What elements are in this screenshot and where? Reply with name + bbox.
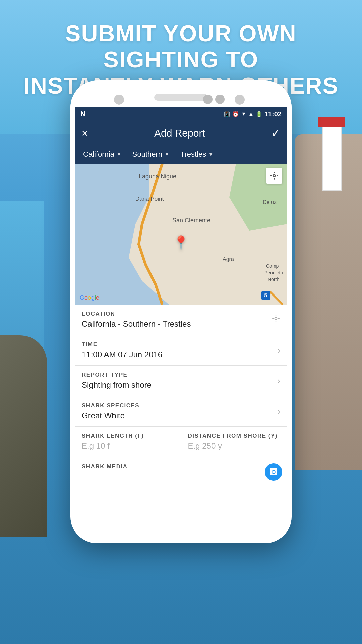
status-left: N (80, 110, 86, 118)
wifi-icon: ▼ (241, 111, 246, 117)
location-icon (272, 314, 280, 325)
chevron-california: ▼ (116, 151, 122, 157)
report-type-row[interactable]: REPORT TYPE Sighting from shore › (75, 366, 287, 396)
gps-button[interactable] (266, 168, 282, 184)
location-value: California - Southern - Trestles (82, 319, 280, 329)
alarm-icon: ⏰ (232, 111, 239, 117)
report-type-chevron: › (277, 376, 280, 386)
confirm-button[interactable]: ✓ (271, 127, 280, 140)
time-display: 11:02 (264, 110, 282, 118)
tab-southern-label: Southern (132, 150, 162, 159)
time-value: 11:00 AM 07 Jun 2016 (82, 350, 280, 359)
shark-media-row[interactable]: SHARK MEDIA (75, 457, 287, 484)
camera-right (235, 95, 245, 105)
tab-southern[interactable]: Southern ▼ (128, 148, 174, 161)
app-bar-title: Add Report (154, 127, 205, 139)
map-svg: Laguna Niguel Dana Point San Clemente De… (75, 164, 287, 305)
svg-text:Dana Point: Dana Point (135, 196, 164, 202)
tab-trestles-label: Trestles (180, 150, 206, 159)
close-button[interactable]: × (82, 127, 88, 140)
phone-screen: N 📳 ⏰ ▼ ▲ 🔋 11:02 × Add Report ✓ Califor… (75, 107, 287, 539)
tab-california[interactable]: California ▼ (78, 148, 126, 161)
form-area: LOCATION California - Southern - Trestle… (75, 305, 287, 484)
shark-species-chevron: › (277, 406, 280, 417)
svg-text:5: 5 (264, 292, 267, 298)
tab-california-label: California (83, 150, 114, 159)
shark-length-label: SHARK LENGTH (F) (82, 433, 174, 439)
camera-dots (203, 95, 225, 104)
map-pin: 📍 (173, 235, 189, 251)
time-chevron: › (277, 345, 280, 356)
chevron-southern: ▼ (164, 151, 170, 157)
lighthouse-tower (322, 124, 342, 191)
report-type-label: REPORT TYPE (82, 372, 280, 378)
measurements-row: SHARK LENGTH (F) E.g 10 f DISTANCE FROM … (75, 427, 287, 457)
distance-shore-placeholder: E.g 250 y (188, 441, 281, 451)
map-area[interactable]: Laguna Niguel Dana Point San Clemente De… (75, 164, 287, 305)
speaker (154, 94, 208, 101)
report-type-value: Sighting from shore (82, 380, 280, 390)
svg-point-14 (273, 175, 276, 177)
svg-text:Deluz: Deluz (263, 199, 277, 205)
tab-row: California ▼ Southern ▼ Trestles ▼ (75, 145, 287, 164)
status-right: 📳 ⏰ ▼ ▲ 🔋 11:02 (224, 110, 282, 118)
chevron-trestles: ▼ (208, 151, 214, 157)
battery-icon: 🔋 (256, 111, 262, 117)
phone-top (70, 87, 292, 107)
distance-shore-col[interactable]: DISTANCE FROM SHORE (Y) E.g 250 y (181, 427, 287, 457)
google-logo: Google (80, 294, 99, 301)
shark-species-label: SHARK SPECICES (82, 402, 280, 409)
svg-text:Laguna Niguel: Laguna Niguel (139, 173, 178, 180)
app-bar: × Add Report ✓ (75, 121, 287, 145)
signal-icon: ▲ (248, 111, 254, 117)
shark-species-value: Great White (82, 411, 280, 420)
app-notification-icon: N (80, 110, 86, 118)
shark-media-label: SHARK MEDIA (82, 463, 280, 470)
shark-species-row[interactable]: SHARK SPECICES Great White › (75, 396, 287, 427)
rocks-left (0, 335, 47, 537)
svg-point-19 (275, 317, 277, 320)
svg-text:Camp: Camp (266, 263, 279, 269)
svg-text:Pendleto: Pendleto (264, 270, 283, 275)
headline-line1: SUBMIT YOUR OWN SIGHTING TO (20, 20, 342, 72)
tab-trestles[interactable]: Trestles ▼ (176, 148, 218, 161)
svg-text:Agra: Agra (223, 256, 234, 262)
time-label: TIME (82, 341, 280, 348)
distance-shore-label: DISTANCE FROM SHORE (Y) (188, 433, 281, 439)
svg-text:San Clemente: San Clemente (172, 217, 210, 224)
location-row[interactable]: LOCATION California - Southern - Trestle… (75, 305, 287, 335)
camera-button[interactable] (265, 463, 282, 481)
camera-left (114, 95, 124, 105)
time-row[interactable]: TIME 11:00 AM 07 Jun 2016 › (75, 335, 287, 366)
svg-text:North: North (268, 277, 279, 282)
vibrate-icon: 📳 (224, 111, 230, 117)
lighthouse-top (318, 117, 345, 127)
status-bar: N 📳 ⏰ ▼ ▲ 🔋 11:02 (75, 107, 287, 121)
location-label: LOCATION (82, 311, 280, 317)
phone-shell: N 📳 ⏰ ▼ ▲ 🔋 11:02 × Add Report ✓ Califor… (70, 80, 292, 543)
shark-length-col[interactable]: SHARK LENGTH (F) E.g 10 f (75, 427, 181, 457)
shark-length-placeholder: E.g 10 f (82, 441, 174, 451)
